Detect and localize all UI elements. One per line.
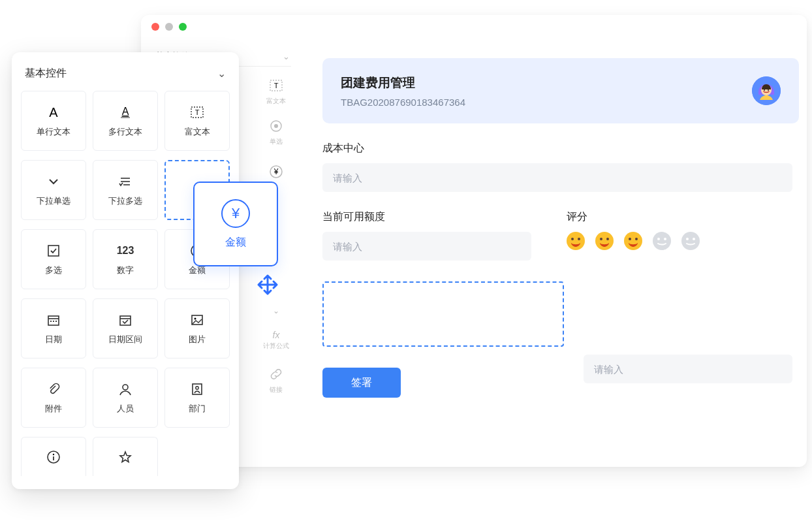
tile-label: 多行文本: [108, 126, 142, 138]
tile-person[interactable]: 人员: [93, 368, 158, 428]
mini-collapse-toggle[interactable]: ⌄: [256, 304, 296, 318]
tile-attachment[interactable]: 附件: [21, 368, 86, 428]
mini-tile-radio[interactable]: 单选: [256, 114, 296, 151]
rating-faces[interactable]: [567, 232, 700, 250]
field-rating: 评分: [567, 210, 700, 250]
info-icon: [46, 449, 61, 466]
rating-face-4[interactable]: [653, 232, 671, 250]
tile-multi-text[interactable]: 多行文本: [93, 91, 158, 151]
close-dot[interactable]: [151, 23, 159, 31]
multiselect-icon: [118, 173, 133, 190]
tile-label: 人员: [117, 403, 134, 415]
tile-department[interactable]: 部门: [164, 368, 230, 428]
mini-label: 富文本: [266, 97, 286, 106]
tile-info[interactable]: [21, 437, 86, 476]
mini-tile-richtext[interactable]: 富文本: [256, 74, 296, 110]
date-icon: [46, 311, 61, 328]
tile-date[interactable]: 日期: [21, 298, 86, 358]
mini-label: 链接: [270, 385, 283, 394]
yen-icon: [269, 165, 283, 182]
move-cursor-icon: [256, 273, 279, 296]
checkbox-icon: [46, 242, 61, 259]
extra-input[interactable]: [584, 355, 792, 383]
tile-label: 下拉单选: [37, 195, 70, 207]
palette-header[interactable]: 基本控件 ⌄: [21, 60, 230, 91]
chevron-icon: [46, 173, 61, 190]
traffic-lights: [151, 23, 187, 31]
sign-button[interactable]: 签署: [322, 368, 401, 398]
tile-label: 富文本: [185, 126, 210, 138]
rich-text-icon: [190, 104, 204, 121]
tile-label: 图片: [189, 334, 206, 345]
drop-target-zone[interactable]: [322, 281, 564, 347]
form-code: TBAG202087690183467364: [341, 97, 465, 108]
field-label: 评分: [567, 210, 700, 224]
link-icon: [269, 367, 283, 384]
tile-label: 单行文本: [37, 126, 70, 138]
cost-center-input[interactable]: [322, 163, 792, 192]
zoom-dot[interactable]: [179, 23, 187, 31]
rating-face-2[interactable]: [595, 232, 614, 250]
rating-face-3[interactable]: [624, 232, 642, 250]
chevron-down-icon: ⌄: [217, 67, 226, 80]
tile-image[interactable]: 图片: [164, 298, 230, 358]
tile-daterange[interactable]: 日期区间: [93, 298, 158, 358]
mini-label: 单选: [270, 137, 283, 146]
tile-dropdown-single[interactable]: 下拉单选: [21, 160, 86, 220]
tile-label: 日期: [45, 334, 62, 345]
number-icon: 123: [117, 242, 134, 259]
field-quota: 当前可用额度: [322, 210, 531, 261]
tile-label: 附件: [45, 403, 62, 415]
star-icon: [118, 449, 133, 466]
radio-icon: [269, 119, 283, 136]
multi-text-icon: [118, 104, 133, 121]
single-text-icon: [46, 104, 61, 121]
minimize-dot[interactable]: [165, 23, 173, 31]
component-palette: 基本控件 ⌄ 单行文本 多行文本 富文本 下拉单选 下拉多选 多选: [12, 52, 239, 489]
rating-face-5[interactable]: [681, 232, 700, 250]
dragging-label: 金额: [225, 236, 246, 249]
formula-icon: fx: [273, 330, 280, 340]
date-range-icon: [118, 311, 133, 328]
mini-label: 计算公式: [263, 342, 289, 351]
image-icon: [190, 311, 204, 328]
field-label: 成本中心: [322, 142, 799, 155]
tile-dropdown-multi[interactable]: 下拉多选: [93, 160, 158, 220]
tile-label: 日期区间: [108, 334, 142, 345]
mini-tile-formula[interactable]: fx 计算公式: [256, 322, 296, 358]
mini-tile-link[interactable]: 链接: [256, 362, 296, 399]
avatar[interactable]: [752, 76, 781, 105]
tile-label: 下拉多选: [108, 195, 142, 207]
rating-face-1[interactable]: [567, 232, 585, 250]
dragging-widget-card[interactable]: ¥ 金额: [193, 182, 278, 266]
rich-text-icon: [269, 78, 283, 95]
tile-label: 多选: [45, 264, 62, 276]
field-cost-center: 成本中心: [322, 142, 799, 192]
tile-label: 部门: [189, 403, 206, 415]
department-icon: [190, 381, 204, 398]
tile-number[interactable]: 123 数字: [93, 229, 158, 289]
tile-label: 数字: [117, 264, 134, 276]
person-icon: [118, 381, 133, 398]
form-title: 团建费用管理: [341, 74, 465, 91]
attachment-icon: [46, 381, 61, 398]
palette-title: 基本控件: [25, 67, 67, 80]
tile-checkbox[interactable]: 多选: [21, 229, 86, 289]
chevron-down-icon: ⌄: [283, 52, 290, 61]
field-label: 当前可用额度: [322, 210, 531, 224]
quota-input[interactable]: [322, 232, 531, 261]
form-preview: 团建费用管理 TBAG202087690183467364 成本中心 当前可用额…: [322, 58, 799, 398]
yen-icon: ¥: [221, 199, 250, 228]
tile-star[interactable]: [93, 437, 158, 476]
tile-rich-text[interactable]: 富文本: [164, 91, 230, 151]
tile-single-text[interactable]: 单行文本: [21, 91, 86, 151]
chevron-down-icon: ⌄: [273, 306, 279, 315]
form-header-banner: 团建费用管理 TBAG202087690183467364: [322, 58, 799, 123]
